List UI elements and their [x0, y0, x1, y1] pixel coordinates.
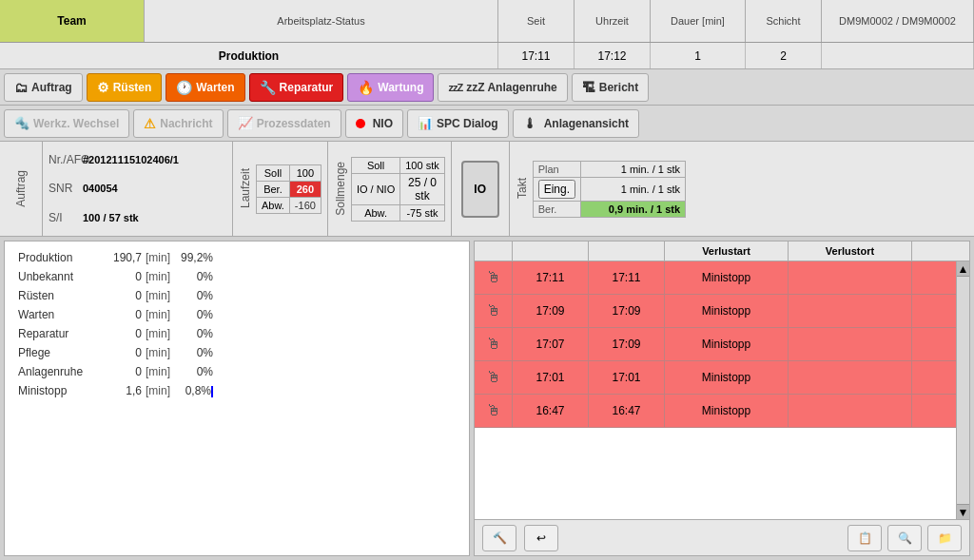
row-verluststart-cell: Ministopp: [665, 295, 789, 327]
scroll-down-button[interactable]: ▼: [957, 504, 969, 519]
stat-name: Anlagenruhe: [18, 365, 94, 378]
prozessdaten-button[interactable]: 📈 Prozessdaten: [227, 109, 341, 138]
bericht-button[interactable]: 🏗 Bericht: [572, 73, 649, 102]
footer-btn-2[interactable]: ↩: [524, 525, 558, 551]
ber2-value-cell: 0,9 min. / 1 stk: [581, 201, 686, 217]
footer-btn-3[interactable]: 📋: [847, 525, 882, 551]
stat-value: 0: [94, 346, 142, 359]
nr-afo-row: Nr./AFO #20121115102406/1: [49, 153, 226, 166]
row-icon-cell: 🖱: [475, 361, 513, 394]
nio-dot-icon: [356, 119, 365, 128]
table-row[interactable]: 🖱 17:11 17:11 Ministopp: [475, 261, 956, 295]
row-time2-cell: 17:09: [589, 328, 665, 360]
io-nio-unit: stk: [415, 189, 429, 203]
nio-button[interactable]: NIO: [345, 109, 403, 138]
auftrag-label: Auftrag: [31, 81, 72, 94]
auftrag-vertical-label: Auftrag: [14, 170, 28, 207]
hammer-icon: 🔨: [493, 531, 507, 545]
table-row[interactable]: 🖱 17:07 17:09 Ministopp: [475, 328, 956, 361]
ministopp-icon: 🖱: [486, 302, 501, 319]
soll2-label-cell: Soll: [351, 157, 399, 173]
table-row[interactable]: 🖱 17:01 17:01 Ministopp: [475, 361, 956, 395]
seit-value-cell: 17:11: [498, 43, 575, 68]
dauer-cell: Dauer [min]: [651, 0, 746, 42]
uhrzeit-value-cell: 17:12: [575, 43, 651, 68]
wartung-button[interactable]: 🔥 Wartung: [347, 73, 434, 102]
io-button[interactable]: IO: [461, 161, 499, 218]
io-nio-value: 25 / 0: [408, 176, 437, 189]
schicht-value: 2: [780, 49, 787, 63]
produktion-value: Produktion: [219, 49, 279, 63]
stat-name: Ministopp: [18, 384, 94, 397]
document-icon: 🗂: [14, 80, 28, 95]
ber-value-cell: 260: [289, 181, 321, 197]
werkz-wechsel-button[interactable]: 🔩 Werkz. Wechsel: [4, 109, 129, 138]
anlagenansicht-button[interactable]: 🌡 Anlagenansicht: [513, 109, 639, 138]
stat-value: 0: [94, 327, 142, 340]
nachricht-button[interactable]: ⚠ Nachricht: [133, 109, 223, 138]
reparatur-button[interactable]: 🔧 Reparatur: [249, 73, 344, 102]
footer-btn-5[interactable]: 📁: [927, 525, 962, 551]
ministopp-icon: 🖱: [486, 336, 501, 353]
row-icon-cell: 🖱: [475, 261, 513, 294]
stat-value: 1,6: [94, 384, 142, 397]
plan-label-cell: Plan: [533, 161, 580, 177]
dauer-label: Dauer [min]: [671, 15, 725, 27]
snr-row: SNR 040054: [49, 182, 226, 195]
snr-value: 040054: [83, 183, 118, 194]
anlagenruhe-label: zzZ Anlagenruhe: [466, 81, 557, 94]
row-verlustort-cell: [789, 361, 912, 394]
table-header: Verlustart Verlustort: [475, 241, 969, 261]
scrollbar[interactable]: ▲ ▼: [956, 261, 969, 519]
footer-btn-4[interactable]: 🔍: [887, 525, 922, 551]
laufzeit-vertical-label: Laufzeit: [239, 168, 252, 208]
takt-vertical-label: Takt: [516, 178, 529, 199]
row-time2-cell: 17:09: [589, 295, 665, 327]
row-verlustort-cell: [789, 395, 912, 427]
dm-label: DM9M0002 / DM9M0002: [839, 15, 956, 27]
abw2-label-cell: Abw.: [351, 204, 399, 221]
thermometer-icon: 🌡: [523, 116, 536, 131]
row-verluststart-cell: Ministopp: [665, 261, 789, 294]
stat-unit: [min]: [142, 346, 175, 359]
bericht-label: Bericht: [599, 81, 638, 94]
arbeitsplatz-cell: Arbeitsplatz-Status: [145, 0, 498, 42]
clock-icon: 🕐: [176, 80, 192, 95]
anlagenansicht-label: Anlagenansicht: [544, 117, 629, 130]
soll-value-cell: 100: [289, 164, 321, 181]
table-row[interactable]: 🖱 17:09 17:09 Ministopp: [475, 295, 956, 328]
auftrag-label-section: Auftrag: [0, 142, 43, 236]
auftrag-button[interactable]: 🗂 Auftrag: [4, 73, 83, 102]
spc-dialog-button[interactable]: 📊 SPC Dialog: [407, 109, 509, 138]
row-time2-cell: 17:01: [589, 361, 665, 394]
table-row[interactable]: 🖱 16:47 16:47 Ministopp: [475, 395, 956, 428]
wrench-icon: 🔧: [260, 80, 276, 95]
stat-value: 0: [94, 308, 142, 321]
right-panel: Verlustart Verlustort 🖱 17:11 17:11 Mini…: [474, 241, 970, 556]
table-footer: 🔨 ↩ 📋 🔍 📁: [475, 519, 969, 555]
stat-pct: 0,8%: [175, 384, 213, 397]
ruesten-button[interactable]: ⚙ Rüsten: [87, 73, 163, 102]
eing-button[interactable]: Eing.: [538, 180, 575, 199]
warten-button[interactable]: 🕐 Warten: [166, 73, 244, 102]
row-icon-cell: 🖱: [475, 295, 513, 327]
stat-value: 190,7: [94, 251, 142, 264]
stat-row: Rüsten 0 [min] 0%: [18, 289, 456, 302]
stat-pct: 0%: [175, 327, 213, 340]
anlagenruhe-button[interactable]: zzZ zzZ Anlagenruhe: [438, 73, 567, 102]
si-row: S/I 100 / 57 stk: [49, 211, 226, 224]
footer-btn-1[interactable]: 🔨: [482, 525, 516, 551]
laufzeit-section: Laufzeit Soll 100 Ber. 260 Abw. -160: [233, 142, 328, 236]
header-col-1: [513, 241, 589, 261]
stat-pct: 0%: [175, 346, 213, 359]
nr-afo-label: Nr./AFO: [49, 153, 77, 166]
werkz-wechsel-label: Werkz. Wechsel: [33, 117, 119, 130]
table-body: 🖱 17:11 17:11 Ministopp 🖱 17:09 17:09 Mi…: [475, 261, 956, 519]
stat-pct: 0%: [175, 365, 213, 378]
produktion-cell: Produktion: [0, 43, 498, 68]
row-verluststart-cell: Ministopp: [665, 328, 789, 360]
dm-value-cell: [822, 43, 974, 68]
eing-label-cell: Eing.: [533, 177, 580, 201]
scroll-up-button[interactable]: ▲: [957, 261, 969, 277]
ber2-label-cell: Ber.: [533, 201, 580, 217]
